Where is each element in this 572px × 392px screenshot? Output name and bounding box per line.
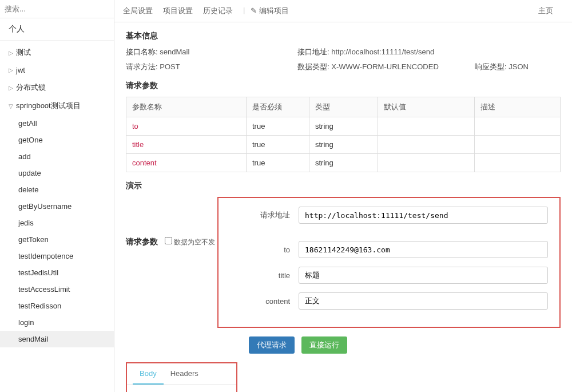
tree-node-label: 分布式锁 (16, 82, 46, 93)
tree-leaf-update[interactable]: update (0, 165, 114, 181)
tree-children: getAll getOne add update delete getByUse… (0, 115, 114, 347)
edit-icon: ✎ (251, 6, 257, 15)
api-name-value: sendMail (160, 47, 189, 56)
tab-headers[interactable]: Headers (164, 363, 205, 385)
api-name-label: 接口名称: (126, 47, 158, 56)
caret-right-icon: ▷ (9, 67, 13, 73)
tree-node-lock[interactable]: ▷分布式锁 (0, 78, 114, 97)
col-default: 默认值 (378, 97, 475, 117)
table-row: totruestring (126, 117, 561, 136)
api-datatype-value: X-WWW-FORM-URLENCODED (331, 62, 439, 71)
api-resptype-label: 响应类型: (475, 62, 507, 71)
table-row: contenttruestring (126, 154, 561, 172)
topbar-home[interactable]: 主页 (538, 6, 553, 16)
sidebar-personal-label: 个人 (0, 18, 114, 41)
tree-node-label: jwt (16, 66, 25, 74)
col-type: 类型 (309, 97, 378, 117)
content: 基本信息 接口名称: sendMail 接口地址: http://localho… (114, 22, 572, 392)
sidebar: 个人 ▷测试 ▷jwt ▷分布式锁 ▽springboot测试项目 getAll… (0, 0, 114, 392)
response-tabs: Body Headers (127, 363, 236, 385)
basic-info-title: 基本信息 (126, 31, 561, 41)
demo-content-label: content (250, 297, 290, 306)
demo-url-input[interactable] (299, 207, 548, 224)
demo-title-label: title (250, 271, 290, 280)
sidebar-tree: ▷测试 ▷jwt ▷分布式锁 ▽springboot测试项目 getAll ge… (0, 41, 114, 350)
tree-leaf-testidempotence[interactable]: testIdempotence (0, 248, 114, 264)
proxy-request-button[interactable]: 代理请求 (249, 336, 295, 354)
tree-leaf-sendmail[interactable]: sendMail (0, 331, 114, 347)
tab-body[interactable]: Body (133, 363, 164, 385)
demo-content-input[interactable] (299, 292, 548, 310)
demo-title-input[interactable] (299, 267, 548, 284)
demo-title: 演示 (126, 181, 561, 191)
caret-down-icon: ▽ (9, 103, 13, 109)
tree-node-label: springboot测试项目 (16, 101, 81, 111)
separator: | (243, 6, 245, 16)
tree-leaf-getall[interactable]: getAll (0, 115, 114, 132)
req-params-label: 请求参数 数据为空不发 (126, 237, 215, 247)
topbar-global[interactable]: 全局设置 (123, 6, 153, 16)
search-input[interactable] (5, 5, 109, 13)
tree-node-test[interactable]: ▷测试 (0, 43, 114, 62)
response-box: Body Headers {⊟ "status": 0, "msg": "邮件发… (126, 362, 237, 392)
table-row: titletruestring (126, 136, 561, 154)
search-box (0, 0, 114, 18)
api-datatype-label: 数据类型: (297, 62, 329, 71)
response-json: {⊟ "status": 0, "msg": "邮件发送成功", "data":… (127, 385, 236, 392)
main-area: 全局设置 项目设置 历史记录 | ✎ 编辑项目 主页 基本信息 接口名称: se… (114, 0, 572, 392)
direct-run-button[interactable]: 直接运行 (301, 336, 347, 354)
topbar-history[interactable]: 历史记录 (203, 6, 233, 16)
empty-not-send-checkbox[interactable]: 数据为空不发 (165, 238, 215, 246)
tree-leaf-getbyusername[interactable]: getByUsername (0, 198, 114, 215)
params-title: 请求参数 (126, 81, 561, 91)
tree-node-springboot[interactable]: ▽springboot测试项目 (0, 97, 114, 115)
api-url-value: http://localhost:11111/test/send (331, 47, 434, 56)
tree-leaf-jedis[interactable]: jedis (0, 215, 114, 231)
topbar-project[interactable]: 项目设置 (163, 6, 193, 16)
tree-leaf-testjedisutil[interactable]: testJedisUtil (0, 264, 114, 281)
col-name: 参数名称 (126, 97, 247, 117)
demo-box: 请求地址 to title content (217, 197, 561, 328)
tree-leaf-add[interactable]: add (0, 148, 114, 165)
tree-node-label: 测试 (16, 47, 31, 58)
tree-leaf-getone[interactable]: getOne (0, 132, 114, 148)
topbar: 全局设置 项目设置 历史记录 | ✎ 编辑项目 主页 (114, 0, 572, 22)
col-desc: 描述 (475, 97, 561, 117)
col-required: 是否必须 (247, 97, 309, 117)
tree-leaf-testaccesslimit[interactable]: testAccessLimit (0, 281, 114, 298)
api-method-label: 请求方法: (126, 62, 158, 71)
tree-leaf-gettoken[interactable]: getToken (0, 231, 114, 248)
params-table: 参数名称 是否必须 类型 默认值 描述 totruestring titletr… (126, 97, 561, 172)
demo-to-input[interactable] (299, 241, 548, 258)
caret-right-icon: ▷ (9, 50, 13, 56)
api-url-label: 接口地址: (297, 47, 329, 56)
topbar-edit[interactable]: ✎ 编辑项目 (251, 6, 289, 16)
caret-right-icon: ▷ (9, 85, 13, 91)
api-resptype-value: JSON (509, 62, 529, 71)
tree-leaf-login[interactable]: login (0, 314, 114, 331)
demo-to-label: to (250, 246, 290, 254)
tree-node-jwt[interactable]: ▷jwt (0, 62, 114, 78)
tree-leaf-testredisson[interactable]: testRedisson (0, 298, 114, 314)
demo-url-label: 请求地址 (250, 210, 290, 220)
tree-leaf-delete[interactable]: delete (0, 181, 114, 198)
api-method-value: POST (160, 62, 180, 71)
